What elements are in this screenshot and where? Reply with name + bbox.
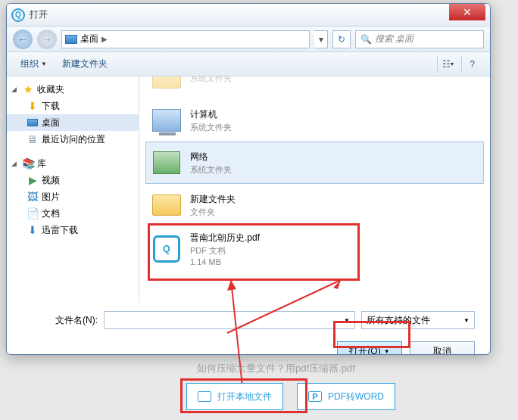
file-list: 系统文件夹 计算机系统文件夹 网络系统文件夹 新建文件夹文件夹 Q 晋南北朝历史… [139, 76, 490, 303]
help-button[interactable]: ? [461, 56, 482, 73]
dialog-title: 打开 [30, 8, 449, 21]
filter-dropdown[interactable]: 所有支持的文件▼ [361, 311, 475, 329]
view-button[interactable]: ☷▾ [437, 56, 458, 73]
folder-icon [151, 189, 183, 221]
open-file-dialog: Q 打开 ✕ ← → 桌面 ▶ ▾ ↻ 🔍 搜索 桌面 组织▼ 新建文件夹 ☷▾… [6, 3, 491, 355]
pdf-icon: Q [151, 233, 183, 265]
dialog-footer: 文件名(N): ▼ 所有支持的文件▼ 打开(O)▼ 取消 [7, 303, 490, 355]
tree-desktop[interactable]: 桌面 [7, 114, 139, 131]
filename-label: 文件名(N): [22, 314, 98, 327]
search-input[interactable]: 🔍 搜索 桌面 [355, 30, 484, 48]
breadcrumb-location: 桌面 [80, 33, 98, 45]
cancel-button[interactable]: 取消 [410, 341, 475, 355]
chevron-right-icon: ▶ [101, 35, 108, 43]
list-item-pdf[interactable]: Q 晋南北朝历史.pdfPDF 文档1.14 MB [145, 226, 484, 272]
close-button[interactable]: ✕ [449, 4, 485, 20]
pdf-icon [308, 391, 322, 402]
tree-documents[interactable]: 📄文档 [7, 205, 139, 222]
tree-downloads[interactable]: ⬇下载 [7, 98, 139, 114]
titlebar: Q 打开 ✕ [7, 4, 490, 26]
new-folder-button[interactable]: 新建文件夹 [56, 55, 114, 73]
tree-pictures[interactable]: 🖼图片 [7, 188, 139, 205]
breadcrumb-dropdown[interactable]: ▾ [314, 30, 328, 48]
desktop-icon [65, 35, 77, 44]
filename-input[interactable]: ▼ [104, 311, 355, 329]
chevron-down-icon: ▼ [41, 61, 47, 67]
list-item[interactable]: 系统文件夹 [145, 76, 484, 99]
open-local-file-button[interactable]: 打开本地文件 [186, 383, 283, 410]
tree-recent[interactable]: 🖥最近访问的位置 [7, 131, 139, 148]
tree-xunlei[interactable]: ⬇迅雷下载 [7, 222, 139, 238]
folder-tree: ◢★收藏夹 ⬇下载 桌面 🖥最近访问的位置 ◢📚库 ▶视频 🖼图片 📄文档 ⬇迅… [7, 76, 139, 303]
tree-libraries[interactable]: ◢📚库 [7, 155, 139, 172]
bottom-buttons: 打开本地文件 PDF转WORD [186, 383, 395, 410]
list-item-computer[interactable]: 计算机系统文件夹 [145, 99, 484, 142]
list-item-folder[interactable]: 新建文件夹文件夹 [145, 184, 484, 226]
computer-icon [151, 104, 183, 136]
list-item-network[interactable]: 网络系统文件夹 [145, 142, 484, 184]
background-text: 如何压缩大量文件？用pdf压缩器.pdf [197, 362, 355, 375]
forward-button[interactable]: → [37, 30, 57, 49]
refresh-button[interactable]: ↻ [332, 30, 351, 48]
breadcrumb[interactable]: 桌面 ▶ [61, 30, 310, 48]
nav-row: ← → 桌面 ▶ ▾ ↻ 🔍 搜索 桌面 [7, 26, 490, 52]
search-icon: 🔍 [360, 34, 372, 45]
tree-favorites[interactable]: ◢★收藏夹 [7, 81, 139, 98]
search-placeholder: 搜索 桌面 [375, 33, 413, 45]
back-button[interactable]: ← [13, 30, 33, 49]
network-icon [151, 147, 183, 179]
folder-icon [198, 391, 211, 402]
tree-videos[interactable]: ▶视频 [7, 172, 139, 188]
pdf-to-word-button[interactable]: PDF转WORD [297, 383, 395, 410]
open-button[interactable]: 打开(O)▼ [337, 341, 402, 355]
app-icon: Q [11, 8, 25, 22]
toolbar: 组织▼ 新建文件夹 ☷▾ ? [7, 52, 490, 76]
organize-button[interactable]: 组织▼ [14, 55, 53, 73]
